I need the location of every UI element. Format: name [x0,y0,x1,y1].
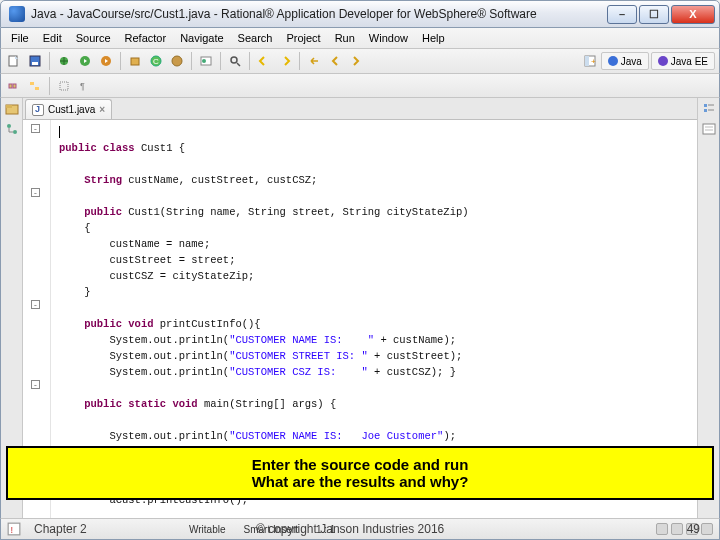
annotation-prev-button[interactable] [255,52,273,70]
window-title: Java - JavaCourse/src/Cust1.java - Ratio… [31,7,607,21]
menu-edit[interactable]: Edit [37,30,68,46]
save-button[interactable] [26,52,44,70]
svg-rect-17 [13,84,16,88]
perspective-jee-label: Java EE [671,56,708,67]
svg-rect-16 [9,84,12,88]
toggle-breadcrumb-button[interactable] [5,77,23,95]
annotation-next-button[interactable] [276,52,294,70]
task-list-icon[interactable] [702,122,716,136]
outline-icon[interactable] [702,102,716,116]
separator [299,52,300,70]
open-type-button[interactable] [197,52,215,70]
window-titlebar: Java - JavaCourse/src/Cust1.java - Ratio… [0,0,720,28]
perspective-java-label: Java [621,56,642,67]
mark-occurrences-button[interactable] [26,77,44,95]
svg-rect-18 [30,82,34,85]
new-package-button[interactable] [126,52,144,70]
separator [49,52,50,70]
svg-point-9 [172,56,182,66]
svg-point-25 [13,130,17,134]
slide-chapter: Chapter 2 [34,522,87,536]
perspective-java[interactable]: Java [601,52,649,70]
new-enum-button[interactable] [168,52,186,70]
svg-rect-2 [32,62,38,65]
overlay-line1: Enter the source code and run [252,456,469,473]
new-button[interactable] [5,52,23,70]
svg-point-11 [202,59,206,63]
separator [49,77,50,95]
javaee-icon [658,56,668,66]
fold-toggle[interactable]: - [31,380,40,389]
hierarchy-icon[interactable] [5,122,19,136]
maximize-button[interactable]: ☐ [639,5,669,24]
svg-point-24 [7,124,11,128]
slide-footer: Chapter 2 © copyright Janson Industries … [0,520,720,538]
run-button[interactable] [76,52,94,70]
secondary-toolbar: ¶ [0,74,720,98]
slide-copyright: © copyright Janson Industries 2016 [256,522,444,536]
search-button[interactable] [226,52,244,70]
editor-tab-bar: Cust1.java × [23,98,697,120]
last-edit-button[interactable] [305,52,323,70]
perspective-switcher: + Java Java EE [581,52,715,70]
open-perspective-button[interactable]: + [581,52,599,70]
svg-rect-26 [704,104,707,107]
svg-text:¶: ¶ [80,81,85,91]
perspective-java-ee[interactable]: Java EE [651,52,715,70]
editor-tab[interactable]: Cust1.java × [25,99,112,119]
svg-rect-28 [703,124,715,134]
back-button[interactable] [326,52,344,70]
separator [120,52,121,70]
tab-close-icon[interactable]: × [99,104,105,115]
separator [220,52,221,70]
svg-text:+: + [591,57,596,66]
menu-run[interactable]: Run [329,30,361,46]
menu-bar: File Edit Source Refactor Navigate Searc… [0,28,720,48]
separator [191,52,192,70]
overlay-line2: What are the results and why? [252,473,469,490]
run-ext-button[interactable] [97,52,115,70]
new-class-button[interactable]: C [147,52,165,70]
instruction-overlay: Enter the source code and run What are t… [6,446,714,500]
svg-rect-14 [585,56,589,66]
java-file-icon [32,104,44,116]
java-icon [608,56,618,66]
minimize-button[interactable]: – [607,5,637,24]
close-button[interactable]: X [671,5,715,24]
fold-toggle[interactable]: - [31,124,40,133]
svg-rect-23 [6,105,12,108]
menu-file[interactable]: File [5,30,35,46]
menu-source[interactable]: Source [70,30,117,46]
app-icon [9,6,25,22]
show-whitespace-button[interactable]: ¶ [76,77,94,95]
svg-rect-27 [704,109,707,112]
main-toolbar: C + Java Java EE [0,48,720,74]
menu-refactor[interactable]: Refactor [119,30,173,46]
text-cursor [59,126,60,138]
svg-rect-6 [131,58,139,65]
svg-rect-19 [35,87,39,90]
debug-button[interactable] [55,52,73,70]
menu-search[interactable]: Search [232,30,279,46]
window-buttons: – ☐ X [607,5,715,24]
package-explorer-icon[interactable] [5,102,19,116]
menu-navigate[interactable]: Navigate [174,30,229,46]
svg-rect-20 [60,82,68,90]
fold-toggle[interactable]: - [31,188,40,197]
separator [249,52,250,70]
svg-text:C: C [153,57,159,66]
menu-window[interactable]: Window [363,30,414,46]
slide-page: 49 [687,522,700,536]
editor-tab-label: Cust1.java [48,104,95,115]
block-select-button[interactable] [55,77,73,95]
svg-point-12 [231,57,237,63]
fold-toggle[interactable]: - [31,300,40,309]
menu-help[interactable]: Help [416,30,451,46]
forward-button[interactable] [347,52,365,70]
menu-project[interactable]: Project [280,30,326,46]
